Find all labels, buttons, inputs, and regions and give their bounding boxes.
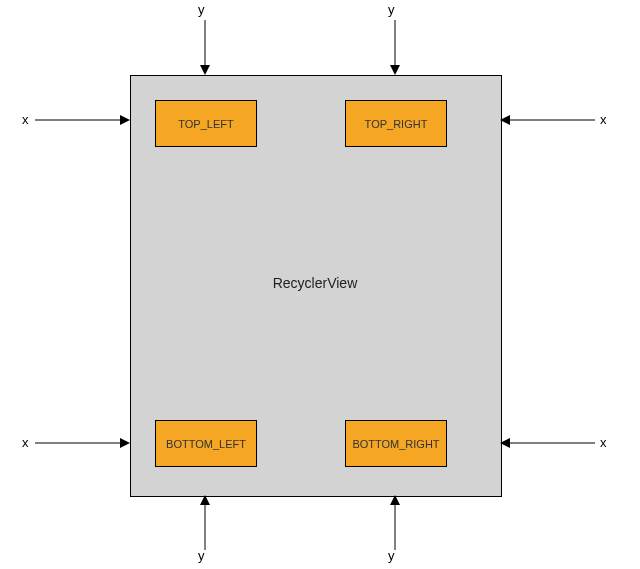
box-top-right-label: TOP_RIGHT [365,118,428,130]
arrow-right-top-x [500,115,595,135]
box-top-right: TOP_RIGHT [345,100,447,147]
arrow-left-top-x [35,115,130,135]
svg-marker-9 [120,115,130,125]
label-left-top-x: x [22,112,29,127]
container-label: RecyclerView [255,275,375,291]
arrow-right-bottom-x [500,438,595,458]
svg-marker-7 [390,495,400,505]
svg-marker-5 [200,495,210,505]
label-top-left-y: y [198,2,205,17]
label-bottom-left-y: y [198,548,205,563]
arrow-top-left-y [200,20,220,75]
box-bottom-left: BOTTOM_LEFT [155,420,257,467]
label-top-right-y: y [388,2,395,17]
box-bottom-left-label: BOTTOM_LEFT [166,438,246,450]
arrow-bottom-left-y [200,495,220,550]
label-right-bottom-x: x [600,435,607,450]
svg-marker-3 [390,65,400,75]
label-left-bottom-x: x [22,435,29,450]
svg-marker-1 [200,65,210,75]
label-right-top-x: x [600,112,607,127]
svg-marker-15 [500,438,510,448]
box-top-left: TOP_LEFT [155,100,257,147]
diagram-stage: RecyclerView TOP_LEFT TOP_RIGHT BOTTOM_L… [0,0,640,569]
svg-marker-11 [120,438,130,448]
arrow-left-bottom-x [35,438,130,458]
box-top-left-label: TOP_LEFT [178,118,233,130]
svg-marker-13 [500,115,510,125]
box-bottom-right-label: BOTTOM_RIGHT [352,438,439,450]
arrow-bottom-right-y [390,495,410,550]
label-bottom-right-y: y [388,548,395,563]
box-bottom-right: BOTTOM_RIGHT [345,420,447,467]
arrow-top-right-y [390,20,410,75]
